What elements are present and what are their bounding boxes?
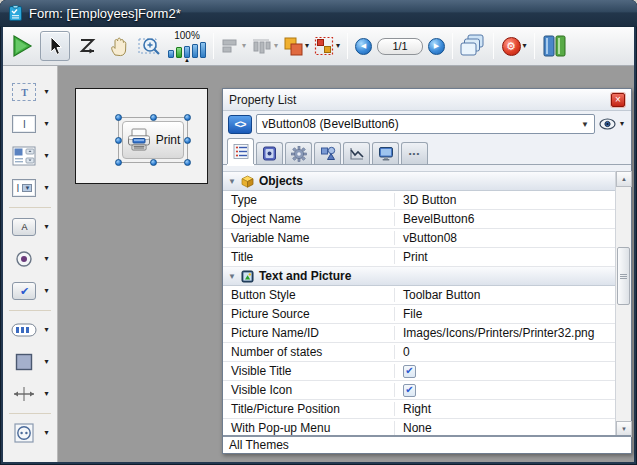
zoom-tool-button[interactable]	[137, 31, 163, 61]
chevron-down-icon[interactable]: ▾	[44, 223, 48, 231]
button-tool[interactable]: A ▾	[3, 212, 57, 242]
chevron-down-icon[interactable]: ▾	[44, 287, 48, 295]
resize-handle-nw[interactable]	[115, 114, 122, 121]
collapse-triangle-icon[interactable]: ▼	[228, 272, 236, 281]
resize-handle-s[interactable]	[150, 159, 157, 166]
progress-indicator-tool[interactable]: ▾	[3, 315, 57, 345]
form-page-canvas[interactable]: Print	[75, 88, 208, 184]
object-selector-dropdown[interactable]: vButton08 (BevelButton6) ▼	[256, 114, 595, 134]
splitter-tool[interactable]: ▾	[3, 379, 57, 409]
preferences-button[interactable]: ⚙ ▾	[501, 31, 527, 61]
property-value[interactable]: 0	[395, 345, 631, 359]
plugin-area-tool[interactable]: ▾	[3, 418, 57, 448]
combo-box-tool[interactable]: I ▼ ▾	[3, 173, 57, 203]
entry-order-tool-button[interactable]	[75, 31, 101, 61]
chevron-down-icon[interactable]: ▾	[44, 152, 48, 160]
view-options-button[interactable]: ▾	[599, 118, 626, 130]
chevron-down-icon[interactable]: ▾	[523, 42, 527, 50]
next-page-button[interactable]: ▶	[428, 38, 445, 55]
radio-button-tool[interactable]: ▾	[3, 244, 57, 274]
coordinates-tab[interactable]	[256, 142, 283, 164]
resize-handle-n[interactable]	[150, 114, 157, 121]
objects-tab[interactable]	[314, 142, 341, 164]
align-button-disabled[interactable]: ▾	[221, 31, 247, 61]
property-value[interactable]: BevelButton6	[395, 212, 631, 226]
property-value[interactable]: 3D Button	[395, 193, 631, 207]
resize-handle-se[interactable]	[184, 159, 191, 166]
events-tab[interactable]	[343, 142, 370, 164]
chevron-down-icon[interactable]: ▾	[274, 42, 278, 50]
property-value[interactable]: vButton08	[395, 231, 631, 245]
chevron-down-icon[interactable]: ▾	[336, 42, 340, 50]
property-value[interactable]: Right	[395, 402, 631, 416]
execute-form-button[interactable]	[9, 31, 35, 61]
chevron-down-icon[interactable]: ▾	[44, 88, 48, 96]
explorer-books-button[interactable]	[542, 31, 568, 61]
list-box-tool[interactable]: ▾	[3, 141, 57, 171]
level-object-icon	[283, 36, 303, 56]
zoom-bar[interactable]	[168, 50, 174, 58]
distribute-button-disabled[interactable]: ▾	[252, 31, 278, 61]
pointer-tool-button[interactable]	[40, 31, 70, 61]
property-value[interactable]: None	[395, 421, 631, 435]
zoom-bars[interactable]	[168, 41, 206, 58]
checkbox-checked[interactable]: ✔	[403, 365, 416, 378]
selection-bounds[interactable]: Print	[118, 117, 188, 163]
scrollbar-thumb[interactable]	[617, 247, 630, 305]
level-object-button[interactable]: ▾	[283, 31, 309, 61]
rectangle-tool[interactable]: ▾	[3, 347, 57, 377]
group-button[interactable]: ▾	[314, 31, 340, 61]
property-list-tab[interactable]	[227, 138, 254, 164]
property-row: Picture Source File	[223, 305, 631, 324]
zoom-bar-current[interactable]	[176, 47, 182, 58]
theme-filter-bar[interactable]: All Themes	[223, 435, 631, 453]
zoom-level-widget[interactable]: 100% ▲	[168, 29, 206, 63]
scroll-up-button[interactable]: ▲	[616, 171, 632, 187]
chevron-down-icon[interactable]: ▾	[242, 42, 246, 50]
chevron-down-icon[interactable]: ▾	[44, 429, 48, 437]
chevron-down-icon[interactable]: ▾	[44, 255, 48, 263]
zoom-bar[interactable]	[200, 42, 206, 58]
more-tab[interactable]: •••	[401, 142, 428, 164]
resize-handle-ne[interactable]	[184, 114, 191, 121]
page-indicator[interactable]: 1/1	[377, 38, 423, 55]
chevron-down-icon[interactable]: ▾	[44, 326, 48, 334]
property-list-titlebar[interactable]: Property List ×	[223, 89, 631, 111]
print-button-object[interactable]: Print	[122, 121, 184, 159]
hand-tool-button[interactable]	[106, 31, 132, 61]
chevron-down-icon[interactable]: ▾	[44, 358, 48, 366]
zoom-bar[interactable]	[192, 44, 198, 58]
static-text-tool[interactable]: T ▾	[3, 77, 57, 107]
goto-code-button[interactable]: <>	[228, 115, 252, 134]
chevron-down-icon[interactable]: ▾	[44, 120, 48, 128]
property-list-panel: Property List × <> vButton08 (BevelButto…	[222, 88, 632, 454]
resize-handle-w[interactable]	[115, 137, 122, 144]
input-field-tool[interactable]: I ▾	[3, 109, 57, 139]
next-page-icon: ▶	[434, 42, 439, 50]
property-row: Number of states 0	[223, 343, 631, 362]
property-value[interactable]: Toolbar Button	[395, 288, 631, 302]
form-pages-icon	[460, 34, 486, 58]
property-value[interactable]: Images/Icons/Printers/Printer32.png	[395, 326, 631, 340]
property-scrollbar[interactable]: ▲ ▼	[615, 171, 631, 437]
window-titlebar[interactable]: Form: [Employees]Form2*	[0, 0, 637, 27]
section-row[interactable]: ▼ Objects	[223, 172, 631, 191]
resize-handle-e[interactable]	[184, 137, 191, 144]
close-button[interactable]: ×	[611, 93, 625, 107]
pointer-tool-icon	[47, 36, 63, 56]
chevron-down-icon[interactable]: ▾	[305, 42, 309, 50]
form-pages-button[interactable]	[460, 31, 486, 61]
display-tab[interactable]	[372, 142, 399, 164]
collapse-triangle-icon[interactable]: ▼	[228, 177, 236, 186]
section-row[interactable]: ▼ Text and Picture	[223, 267, 631, 286]
property-value[interactable]: File	[395, 307, 631, 321]
resize-handle-sw[interactable]	[115, 159, 122, 166]
property-label: Variable Name	[223, 231, 395, 245]
check-box-tool[interactable]: ✔ ▾	[3, 276, 57, 306]
property-value[interactable]: Print	[395, 250, 631, 264]
chevron-down-icon[interactable]: ▾	[44, 390, 48, 398]
checkbox-checked[interactable]: ✔	[403, 384, 416, 397]
previous-page-button[interactable]: ◀	[355, 38, 372, 55]
chevron-down-icon[interactable]: ▾	[44, 184, 48, 192]
settings-tab[interactable]	[285, 142, 312, 164]
